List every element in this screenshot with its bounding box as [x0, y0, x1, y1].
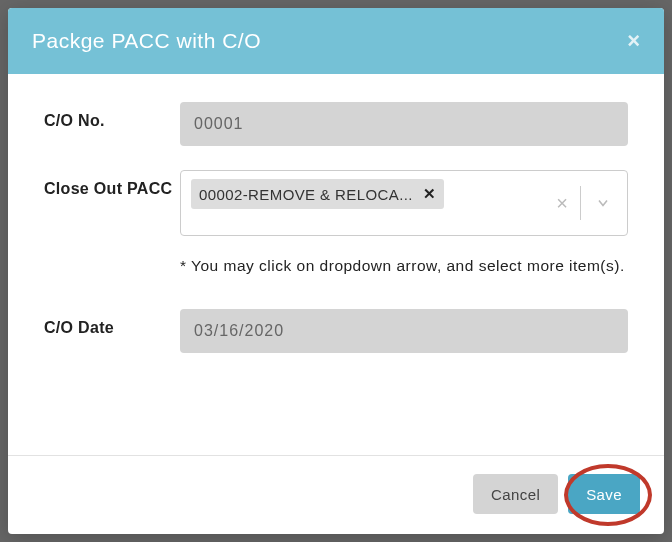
package-pacc-modal: Packge PACC with C/O × C/O No. Close Out… — [8, 8, 664, 534]
label-close-out-pacc: Close Out PACC — [44, 170, 180, 198]
row-close-out-pacc: Close Out PACC 00002-REMOVE & RELOCA... … — [44, 170, 628, 279]
close-icon[interactable]: × — [627, 28, 640, 54]
cancel-button[interactable]: Cancel — [473, 474, 558, 514]
row-co-date: C/O Date — [44, 309, 628, 353]
save-button[interactable]: Save — [568, 474, 640, 514]
co-date-input[interactable] — [180, 309, 628, 353]
modal-backdrop: Packge PACC with C/O × C/O No. Close Out… — [0, 0, 672, 542]
chip-text: 00002-REMOVE & RELOCA... — [199, 186, 413, 203]
chip-remove-icon[interactable]: ✕ — [423, 185, 436, 203]
modal-body: C/O No. Close Out PACC 00002-REMOVE & RE… — [8, 74, 664, 455]
clear-icon[interactable]: × — [544, 192, 580, 215]
close-out-pacc-select[interactable]: 00002-REMOVE & RELOCA... ✕ × — [180, 170, 628, 236]
helper-text: * You may click on dropdown arrow, and s… — [180, 254, 628, 279]
row-co-no: C/O No. — [44, 102, 628, 146]
chip-container: 00002-REMOVE & RELOCA... ✕ — [181, 171, 534, 235]
select-controls: × — [534, 171, 627, 235]
modal-title: Packge PACC with C/O — [32, 29, 261, 53]
label-co-no: C/O No. — [44, 102, 180, 130]
selected-chip: 00002-REMOVE & RELOCA... ✕ — [191, 179, 444, 209]
modal-header: Packge PACC with C/O × — [8, 8, 664, 74]
co-no-input[interactable] — [180, 102, 628, 146]
modal-footer: Cancel Save — [8, 455, 664, 534]
chevron-down-icon[interactable] — [581, 195, 617, 211]
label-co-date: C/O Date — [44, 309, 180, 337]
